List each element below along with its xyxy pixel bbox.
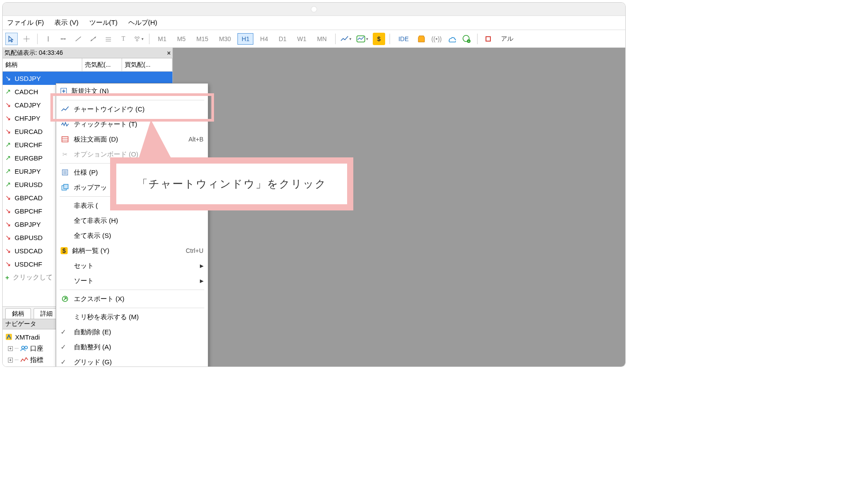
crosshair-tool-button[interactable]	[20, 33, 33, 45]
menu-view[interactable]: 表示 (V)	[54, 19, 78, 27]
symbol-label: GBPCHF	[15, 207, 42, 215]
check-icon: ✓	[61, 358, 69, 366]
timeframe-h4-button[interactable]: H4	[256, 33, 272, 45]
chevron-down-icon: ▾	[366, 37, 368, 41]
hline-tool-button[interactable]	[57, 33, 69, 45]
arrow-up-icon: ↗	[5, 167, 11, 175]
menu-tool[interactable]: ツール(T)	[89, 19, 118, 27]
text-tool-button[interactable]: T	[117, 33, 130, 45]
symbol-label: GBPJPY	[15, 221, 41, 228]
al-label[interactable]: アル	[497, 33, 517, 45]
cm-depth-label: 板注文画面 (D)	[74, 135, 118, 144]
menu-file[interactable]: ファイル (F)	[7, 19, 44, 27]
trendline2-tool-button[interactable]	[87, 33, 99, 45]
timeframe-m15-button[interactable]: M15	[192, 33, 212, 45]
ide-button[interactable]: IDE	[394, 33, 413, 45]
col-symbol[interactable]: 銘柄	[3, 58, 82, 71]
close-icon[interactable]: ×	[167, 50, 171, 57]
popup-icon	[61, 183, 69, 192]
cloud-button[interactable]	[445, 33, 458, 45]
line-chart-icon	[61, 105, 69, 114]
channel-tool-button[interactable]	[102, 33, 115, 45]
dollar-badge-icon: $	[61, 247, 68, 254]
tab-symbols[interactable]: 銘柄	[5, 308, 31, 319]
plus-icon: +	[5, 274, 9, 281]
square-icon	[486, 36, 491, 42]
col-ask[interactable]: 買気配(...	[122, 58, 172, 71]
stop-button[interactable]	[482, 33, 494, 45]
timeframe-w1-button[interactable]: W1	[293, 33, 310, 45]
tree-accounts-label: 口座	[30, 344, 43, 353]
vline-tool-button[interactable]	[42, 33, 54, 45]
indicator-button[interactable]: ▾	[355, 33, 370, 45]
market-watch-columns: 銘柄 売気配(... 買気配(...	[3, 58, 172, 72]
timeframe-m30-button[interactable]: M30	[215, 33, 235, 45]
arrow-up-icon: ↗	[5, 180, 11, 188]
timeframe-m1-button[interactable]: M1	[154, 33, 170, 45]
svg-point-13	[135, 37, 137, 38]
dollar-button[interactable]: $	[373, 33, 385, 45]
toolbar: T ▾ M1 M5 M15 M30 H1 H4 D1 W1 MN ▾ ▾ $ I…	[3, 30, 625, 48]
cm-symbol-list-shortcut: Ctrl+U	[186, 247, 203, 254]
instruction-callout: 「チャートウィンドウ」をクリック	[110, 157, 353, 210]
symbol-label: USDCAD	[15, 247, 42, 255]
cm-depth[interactable]: 板注文画面 (D) Alt+B	[56, 132, 208, 147]
expand-icon[interactable]: +	[8, 346, 13, 351]
scissors-icon: ✂	[61, 150, 69, 159]
svg-point-21	[22, 346, 24, 349]
menu-bar: ファイル (F) 表示 (V) ツール(T) ヘルプ(H)	[3, 16, 625, 30]
check-icon: ✓	[61, 343, 69, 351]
cm-grid-label: グリッド (G)	[74, 358, 112, 367]
signal-button[interactable]: ((•))	[430, 33, 443, 45]
cm-millis-label: ミリ秒を表示する (M)	[74, 313, 139, 321]
title-dot	[311, 7, 317, 12]
market-button[interactable]	[415, 33, 428, 45]
cm-grid[interactable]: ✓ グリッド (G)	[56, 355, 208, 367]
timeframe-h1-button[interactable]: H1	[237, 33, 253, 45]
cursor-tool-button[interactable]	[5, 33, 18, 45]
timeframe-m5-button[interactable]: M5	[173, 33, 189, 45]
cm-export-label: エクスポート (X)	[74, 295, 124, 303]
cm-symbol-list[interactable]: $ 銘柄一覧 (Y) Ctrl+U	[56, 243, 208, 258]
cm-export[interactable]: エクスポート (X)	[56, 291, 208, 306]
objects-tool-button[interactable]: ▾	[132, 33, 145, 45]
cm-set-label: セット	[74, 262, 94, 270]
arrow-down-icon: ↘	[5, 74, 11, 82]
plus-square-icon: +	[61, 88, 67, 94]
cm-symbol-list-label: 銘柄一覧 (Y)	[72, 247, 109, 255]
cm-new-order-label: 新規注文 (N)	[71, 87, 109, 95]
cm-hide-all[interactable]: 全て非表示 (H)	[56, 213, 208, 228]
line-chart-button[interactable]: ▾	[340, 33, 352, 45]
cm-auto-arrange[interactable]: ✓ 自動整列 (A)	[56, 340, 208, 355]
tree-indicators-label: 指標	[30, 356, 43, 364]
cm-show-all-label: 全て表示 (S)	[74, 232, 111, 240]
cm-millis[interactable]: ミリ秒を表示する (M)	[56, 309, 208, 325]
cm-auto-delete[interactable]: ✓ 自動削除 (E)	[56, 325, 208, 340]
trendline-tool-button[interactable]	[72, 33, 84, 45]
cm-set[interactable]: セット ▶	[56, 258, 208, 273]
indicators-icon	[20, 357, 28, 363]
arrow-down-icon: ↘	[5, 207, 11, 215]
market-watch-header[interactable]: 気配値表示: 04:33:46 ×	[3, 48, 172, 58]
arrow-down-icon: ↘	[5, 220, 11, 228]
cm-show-all[interactable]: 全て表示 (S)	[56, 228, 208, 243]
symbol-label: EURJPY	[15, 168, 41, 175]
cm-new-order[interactable]: + 新規注文 (N)	[56, 84, 208, 99]
globe-plus-button[interactable]: +	[460, 33, 473, 45]
menu-help[interactable]: ヘルプ(H)	[128, 19, 157, 27]
spec-icon	[61, 168, 69, 177]
chevron-right-icon: ▶	[200, 278, 203, 284]
chevron-down-icon: ▾	[142, 37, 144, 41]
cm-chart-window[interactable]: チャートウインドウ (C)	[56, 102, 208, 117]
chevron-right-icon: ▶	[200, 263, 203, 269]
timeframe-mn-button[interactable]: MN	[313, 33, 331, 45]
tick-chart-icon	[61, 120, 69, 129]
timeframe-d1-button[interactable]: D1	[275, 33, 291, 45]
expand-icon[interactable]: +	[8, 358, 13, 363]
cm-sort[interactable]: ソート ▶	[56, 273, 208, 288]
col-bid[interactable]: 売気配(...	[82, 58, 122, 71]
cm-tick-chart[interactable]: ティックチャート (T)	[56, 117, 208, 132]
svg-point-5	[64, 38, 65, 39]
cm-popup-label: ポップアッ	[74, 183, 107, 192]
context-menu: + 新規注文 (N) チャートウインドウ (C) ティックチャート (T) 板注…	[56, 83, 208, 367]
